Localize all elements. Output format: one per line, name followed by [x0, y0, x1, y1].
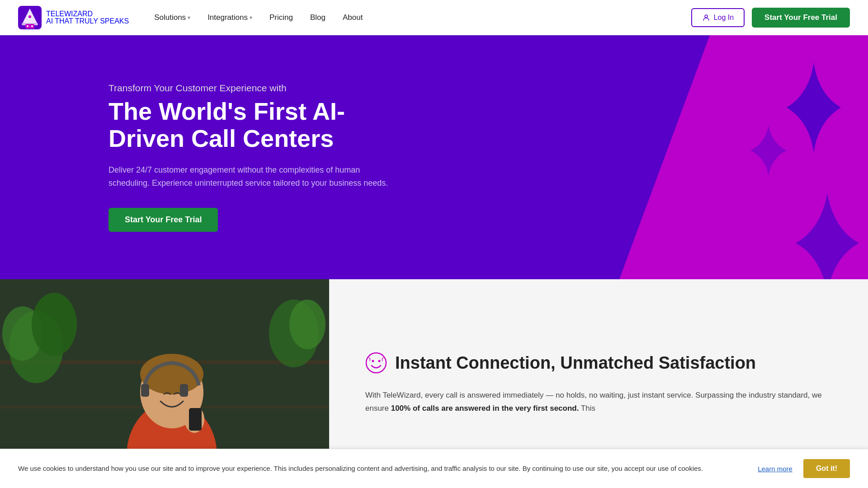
nav-right: Log In Start Your Free Trial: [691, 8, 850, 28]
svg-rect-21: [189, 408, 202, 431]
logo-title: TELEWIZARD: [46, 10, 129, 18]
nav-integrations[interactable]: Integrations ▾: [200, 9, 259, 26]
lower-description: With TeleWizard, every call is answered …: [365, 389, 832, 415]
satisfaction-icon: [365, 352, 387, 374]
nav-solutions[interactable]: Solutions ▾: [147, 9, 198, 26]
logo-icon: [18, 6, 42, 29]
hero-description: Deliver 24/7 customer engagement without…: [108, 164, 398, 190]
hero-trial-button[interactable]: Start Your Free Trial: [108, 208, 218, 232]
nav-about[interactable]: About: [335, 9, 370, 26]
svg-point-5: [27, 25, 28, 27]
hero-title: The World's First AI-Driven Call Centers: [108, 98, 398, 152]
chevron-down-icon: ▾: [188, 14, 190, 21]
nav-trial-button[interactable]: Start Your Free Trial: [752, 8, 850, 28]
hero-section: Transform Your Customer Experience with …: [0, 35, 868, 279]
svg-point-24: [366, 353, 386, 373]
cookie-learn-more[interactable]: Learn more: [758, 465, 793, 473]
svg-rect-22: [141, 384, 149, 397]
svg-point-26: [378, 360, 381, 362]
navbar: TELEWIZARD AI THAT TRULY SPEAKS Solution…: [0, 0, 868, 35]
hero-content: Transform Your Customer Experience with …: [108, 83, 398, 231]
nav-links: Solutions ▾ Integrations ▾ Pricing Blog …: [147, 9, 370, 26]
cookie-banner: We use cookies to understand how you use…: [0, 449, 868, 488]
login-button[interactable]: Log In: [691, 8, 745, 27]
svg-point-25: [372, 360, 374, 362]
svg-point-16: [289, 300, 326, 349]
svg-point-14: [32, 293, 77, 356]
logo[interactable]: TELEWIZARD AI THAT TRULY SPEAKS: [18, 6, 129, 29]
hero-bg-decoration: [552, 35, 868, 279]
lower-icon-area: Instant Connection, Unmatched Satisfacti…: [365, 352, 832, 374]
logo-sub: AI THAT TRULY SPEAKS: [46, 18, 129, 25]
nav-blog[interactable]: Blog: [303, 9, 333, 26]
chevron-down-icon: ▾: [250, 14, 252, 21]
svg-rect-23: [180, 384, 188, 397]
hero-subtitle: Transform Your Customer Experience with: [108, 83, 398, 94]
cookie-text: We use cookies to understand how you use…: [18, 464, 747, 474]
svg-point-7: [705, 15, 708, 18]
svg-point-6: [31, 25, 33, 27]
cookie-accept-button[interactable]: Got it!: [803, 459, 850, 478]
login-icon: [702, 14, 710, 22]
lower-section-title: Instant Connection, Unmatched Satisfacti…: [395, 353, 756, 373]
nav-pricing[interactable]: Pricing: [262, 9, 300, 26]
svg-point-3: [28, 15, 31, 18]
